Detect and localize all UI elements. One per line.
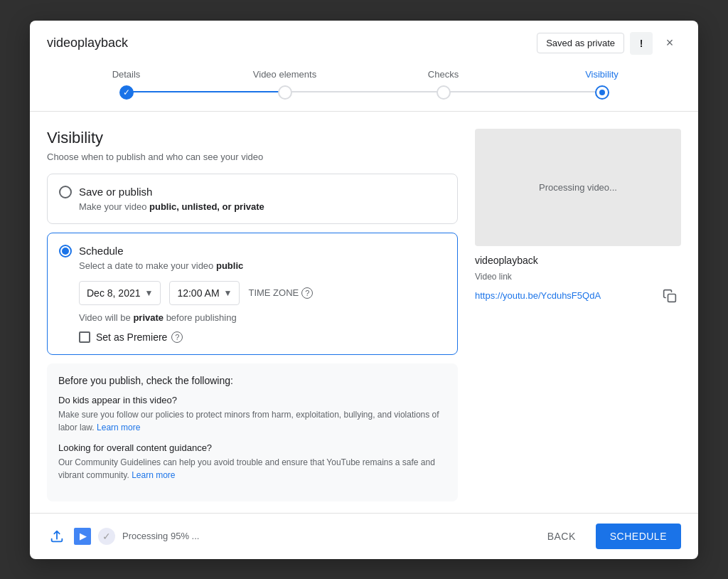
close-button[interactable]: × — [658, 32, 681, 55]
status-check-icon: ✓ — [98, 528, 115, 545]
private-note-suffix: before publishing — [164, 312, 237, 323]
video-title-right: videoplayback — [475, 255, 681, 266]
schedule-radio[interactable] — [59, 245, 72, 257]
premiere-label-text: Set as Premiere — [96, 331, 167, 343]
save-publish-desc: Make your video public, unlisted, or pri… — [79, 201, 446, 212]
step-video-elements-circle — [278, 85, 292, 100]
premiere-checkbox[interactable] — [79, 331, 90, 343]
copy-icon — [663, 289, 677, 303]
step-checks-circle — [437, 85, 451, 100]
visibility-subtitle: Choose when to publish and who can see y… — [47, 152, 458, 162]
youtube-icon-label: ▶ — [80, 531, 86, 541]
processing-label: Processing 95% ... — [122, 531, 199, 541]
content-title: Looking for overall content guidance? — [58, 442, 446, 453]
step-visibility-label: Visibility — [585, 69, 619, 80]
schedule-card[interactable]: Schedule Select a date to make your vide… — [47, 233, 458, 355]
step-details-label: Details — [112, 69, 141, 80]
footer-right: BACK SCHEDULE — [536, 524, 681, 549]
date-value: Dec 8, 2021 — [87, 287, 141, 299]
save-publish-desc-options: public, unlisted, or private — [149, 201, 264, 212]
back-button[interactable]: BACK — [536, 525, 587, 548]
schedule-radio-row: Schedule — [59, 245, 446, 257]
schedule-desc-bold: public — [216, 260, 243, 271]
content-learn-more-link[interactable]: Learn more — [132, 470, 175, 480]
step-checks: Checks — [364, 69, 523, 100]
schedule-desc: Select a date to make your video public — [79, 260, 446, 271]
schedule-label: Schedule — [79, 245, 124, 257]
copy-link-button[interactable] — [658, 285, 681, 307]
content-right: Processing video... videoplayback Video … — [475, 129, 681, 501]
info-box-title: Before you publish, check the following: — [58, 375, 446, 386]
video-preview: Processing video... — [475, 129, 681, 246]
premiere-help-icon[interactable]: ? — [171, 331, 183, 343]
schedule-controls: Dec 8, 2021 ▼ 12:00 AM ▼ TIME ZONE ? — [79, 281, 446, 305]
private-note-prefix: Video will be — [79, 312, 133, 323]
step-visibility: Visibility — [523, 69, 681, 100]
video-link-url[interactable]: https://youtu.be/YcduhsF5QdA — [475, 290, 601, 301]
dialog: videoplayback Saved as private ! × Detai… — [30, 21, 698, 559]
step-line-2 — [285, 91, 444, 92]
video-link-row: https://youtu.be/YcduhsF5QdA — [475, 285, 681, 307]
step-details-check: ✓ — [123, 87, 130, 97]
dialog-footer: ▶ ✓ Processing 95% ... BACK SCHEDULE — [30, 513, 698, 559]
time-dropdown[interactable]: 12:00 AM ▼ — [169, 281, 240, 305]
premiere-row: Set as Premiere ? — [79, 331, 446, 343]
timezone-label: TIME ZONE ? — [248, 287, 313, 299]
processing-text: Processing video... — [539, 182, 617, 193]
save-publish-card[interactable]: Save or publish Make your video public, … — [47, 174, 458, 224]
dialog-content: Visibility Choose when to publish and wh… — [30, 112, 698, 501]
save-publish-radio[interactable] — [59, 186, 72, 198]
kids-learn-more-link[interactable]: Learn more — [97, 423, 140, 432]
header-right: Saved as private ! × — [537, 32, 681, 55]
video-link-label: Video link — [475, 272, 681, 282]
step-details-circle: ✓ — [119, 85, 134, 100]
private-note-bold: private — [133, 312, 164, 323]
status-check-symbol: ✓ — [102, 531, 111, 542]
dialog-header: videoplayback Saved as private ! × — [30, 21, 698, 55]
step-line-3 — [444, 91, 602, 92]
date-dropdown[interactable]: Dec 8, 2021 ▼ — [79, 281, 161, 305]
feedback-icon[interactable]: ! — [630, 32, 653, 55]
premiere-label: Set as Premiere ? — [96, 331, 183, 343]
schedule-desc-prefix: Select a date to make your video — [79, 260, 216, 271]
content-left: Visibility Choose when to publish and wh… — [47, 129, 458, 501]
saved-private-button[interactable]: Saved as private — [537, 33, 624, 53]
upload-arrow-icon — [49, 528, 65, 544]
time-value: 12:00 AM — [177, 287, 219, 299]
step-details: Details ✓ — [47, 69, 205, 100]
save-publish-desc-prefix: Make your video — [79, 201, 149, 212]
schedule-button[interactable]: SCHEDULE — [596, 524, 681, 549]
time-dropdown-arrow: ▼ — [224, 288, 232, 298]
visibility-title: Visibility — [47, 129, 458, 147]
step-video-elements-label: Video elements — [253, 69, 316, 80]
save-publish-radio-row: Save or publish — [59, 186, 446, 198]
footer-left: ▶ ✓ Processing 95% ... — [47, 526, 199, 546]
content-text-body: Our Community Guidelines can help you av… — [58, 457, 435, 480]
step-visibility-circle — [595, 85, 609, 100]
timezone-text: TIME ZONE — [248, 287, 299, 298]
dialog-title: videoplayback — [47, 36, 128, 51]
kids-title: Do kids appear in this video? — [58, 395, 446, 405]
step-line-1 — [127, 91, 285, 92]
stepper: Details ✓ Video elements Checks Visibili… — [30, 55, 698, 111]
timezone-help-icon[interactable]: ? — [301, 287, 313, 299]
date-dropdown-arrow: ▼ — [145, 288, 154, 298]
kids-info-item: Do kids appear in this video? Make sure … — [58, 395, 446, 434]
save-publish-label: Save or publish — [79, 186, 152, 198]
content-text: Our Community Guidelines can help you av… — [58, 456, 446, 482]
info-box: Before you publish, check the following:… — [47, 363, 458, 501]
upload-icon — [47, 526, 67, 546]
private-note: Video will be private before publishing — [79, 312, 446, 323]
youtube-icon: ▶ — [74, 528, 91, 545]
step-checks-label: Checks — [428, 69, 459, 80]
step-video-elements: Video elements — [205, 69, 364, 100]
content-info-item: Looking for overall content guidance? Ou… — [58, 442, 446, 482]
svg-rect-0 — [668, 294, 676, 302]
kids-text: Make sure you follow our policies to pro… — [58, 408, 446, 434]
